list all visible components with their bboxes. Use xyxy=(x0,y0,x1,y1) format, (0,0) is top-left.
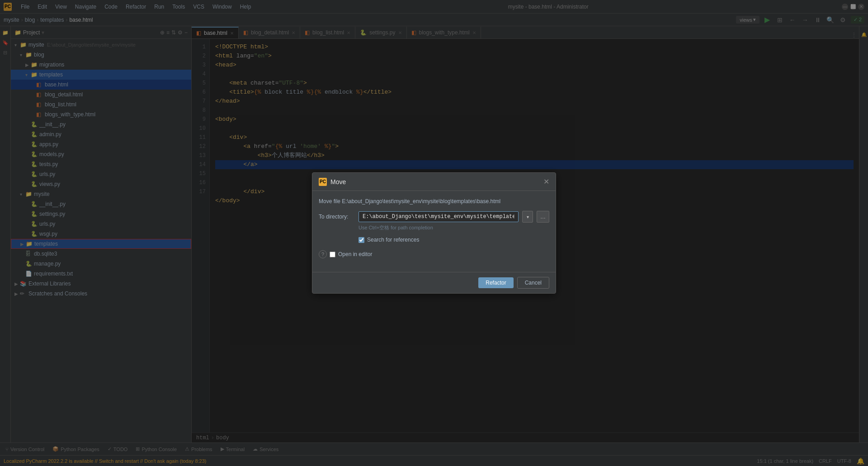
dialog-cancel-button[interactable]: Cancel xyxy=(517,277,549,289)
dialog-directory-input[interactable] xyxy=(359,211,519,222)
dialog-open-editor-checkbox[interactable] xyxy=(330,252,335,257)
dialog-dropdown-button[interactable]: ▾ xyxy=(522,211,533,223)
dialog-footer: Refactor Cancel xyxy=(312,272,556,293)
dialog-search-refs-checkbox[interactable] xyxy=(359,237,364,243)
dialog-browse-button[interactable]: … xyxy=(537,211,549,223)
dialog-open-editor-label[interactable]: Open in editor xyxy=(338,251,372,257)
dialog-close-button[interactable]: ✕ xyxy=(543,177,549,186)
dialog-to-directory-label: To directory: xyxy=(319,214,355,220)
dialog-refactor-button[interactable]: Refactor xyxy=(478,277,513,288)
move-dialog: PC Move ✕ Move file E:\about_Django\test… xyxy=(312,172,556,294)
dialog-header: PC Move ✕ xyxy=(312,173,556,191)
dialog-app-icon: PC xyxy=(319,178,327,186)
dialog-help-button[interactable]: ? xyxy=(319,250,327,258)
modal-overlay: PC Move ✕ Move file E:\about_Django\test… xyxy=(0,0,868,466)
dialog-open-editor-row: ? Open in editor xyxy=(319,250,549,258)
dialog-search-refs-label[interactable]: Search for references xyxy=(367,237,419,243)
dialog-input-wrapper xyxy=(359,211,519,222)
dialog-body: Move file E:\about_Django\test\mysite_en… xyxy=(312,191,556,272)
dialog-hint: Use Ctrl+空格 for path completion xyxy=(359,224,549,231)
dialog-title: Move xyxy=(330,178,346,185)
dialog-description: Move file E:\about_Django\test\mysite_en… xyxy=(319,198,549,204)
dialog-directory-row: To directory: ▾ … xyxy=(319,211,549,223)
dialog-title-row: PC Move xyxy=(319,178,346,186)
dialog-search-refs-row: Search for references xyxy=(359,237,549,243)
